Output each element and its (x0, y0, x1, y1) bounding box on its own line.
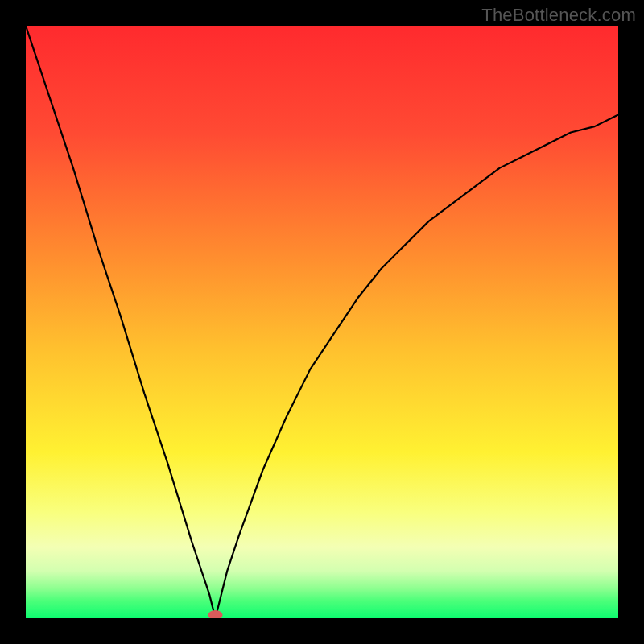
plot-svg (26, 26, 618, 618)
plot-area (26, 26, 618, 618)
chart-frame: TheBottleneck.com (0, 0, 644, 644)
gradient-background (26, 26, 618, 618)
watermark-text: TheBottleneck.com (481, 5, 636, 26)
